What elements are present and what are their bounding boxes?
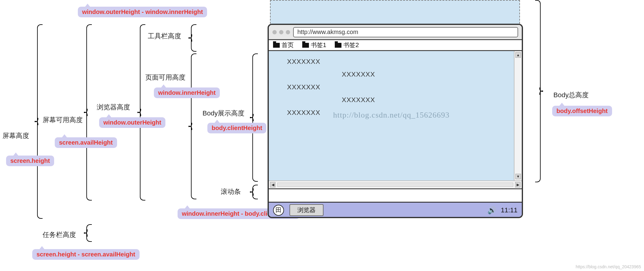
label-toolbar-cn: 工具栏高度 [148,32,181,41]
start-button[interactable]: 田 [273,205,284,216]
pill-offset-height: body.offsetHeight [552,106,612,116]
taskbar-app-label: 浏览器 [297,207,316,213]
bookmark-label: 书签2 [343,41,359,49]
window-controls[interactable] [272,30,290,34]
url-text: http://www.akmsg.com [297,29,358,36]
image-source-watermark: https://blog.csdn.net/qq_20423965 [576,264,641,269]
bookmark-item[interactable]: 首页 [273,41,294,49]
scroll-right-icon[interactable]: ▶ [515,182,521,187]
bookmark-item[interactable]: 书签2 [335,41,359,49]
scroll-up-icon[interactable]: ▲ [515,52,521,58]
vertical-scrollbar[interactable]: ▲ ▼ [514,51,522,180]
brace-screen-height [37,24,43,219]
page-body: XXXXXXX XXXXXXX XXXXXXX XXXXXXX XXXXXXX … [269,51,514,180]
content-text: XXXXXXX [342,96,375,104]
taskbar: 田 浏览器 🔊 11:11 [269,202,522,218]
label-scrollbar-cn: 滚动条 [221,187,241,196]
viewport: XXXXXXX XXXXXXX XXXXXXX XXXXXXX XXXXXXX … [269,51,522,180]
pill-screen-minus-avail: screen.height - screen.availHeight [32,249,140,260]
scroll-track[interactable] [277,183,513,187]
horizontal-scrollbar[interactable]: ◀ ▶ [269,180,522,188]
brace-inner-height [191,53,196,199]
brace-client-height [252,53,258,182]
content-text: XXXXXXX [287,83,320,91]
brace-taskbar [86,224,92,242]
url-bar[interactable]: http://www.akmsg.com [293,27,518,37]
label-screen-height-cn: 屏幕高度 [2,131,29,140]
content-text: XXXXXXX [287,109,320,117]
pill-avail-height: screen.availHeight [55,137,117,148]
bookmark-label: 首页 [282,41,294,49]
brace-outer-height [140,24,145,201]
browser-window: http://www.akmsg.com 首页 书签1 书签2 XXXXXXX … [268,24,523,218]
traffic-light-icon[interactable] [272,30,277,34]
taskbar-app-button[interactable]: 浏览器 [289,204,324,216]
pill-outer-height: window.outerHeight [99,117,165,128]
folder-icon [302,43,309,48]
pill-client-height: body.clientHeight [207,123,266,133]
pill-outer-minus-inner: window.outerHeight - window.innerHeight [78,7,207,17]
pill-inner-height: window.innerHeight [154,87,220,98]
brace-avail-height [86,24,92,201]
label-body-visible-cn: Body展示高度 [203,109,244,118]
label-taskbar-cn: 任务栏高度 [43,230,76,239]
content-text: XXXXXXX [287,58,320,66]
pill-screen-height: screen.height [6,156,54,166]
label-body-total-cn: Body总高度 [553,91,589,100]
folder-icon [273,43,280,48]
label-page-avail-cn: 页面可用高度 [145,73,185,82]
clock: 11:11 [501,206,518,214]
volume-icon[interactable]: 🔊 [487,206,497,214]
system-tray: 🔊 11:11 [487,206,518,214]
folder-icon [335,43,341,48]
bookmarks-bar: 首页 书签1 书签2 [269,40,522,51]
brace-toolbar [191,24,196,52]
brace-scrollbar [252,185,258,199]
bookmark-label: 书签1 [311,41,326,49]
traffic-light-icon[interactable] [279,30,283,34]
scroll-left-icon[interactable]: ◀ [270,182,275,187]
browser-bottom-gap [269,188,522,202]
titlebar: http://www.akmsg.com [269,25,522,40]
body-overflow-area [270,0,520,24]
bookmark-item[interactable]: 书签1 [302,41,326,49]
label-browser-height-cn: 浏览器高度 [97,103,130,112]
content-text: XXXXXXX [342,70,375,78]
scroll-down-icon[interactable]: ▼ [515,174,521,179]
brace-offset-height [535,0,541,182]
traffic-light-icon[interactable] [286,30,290,34]
label-avail-height-cn: 屏幕可用高度 [43,115,83,125]
